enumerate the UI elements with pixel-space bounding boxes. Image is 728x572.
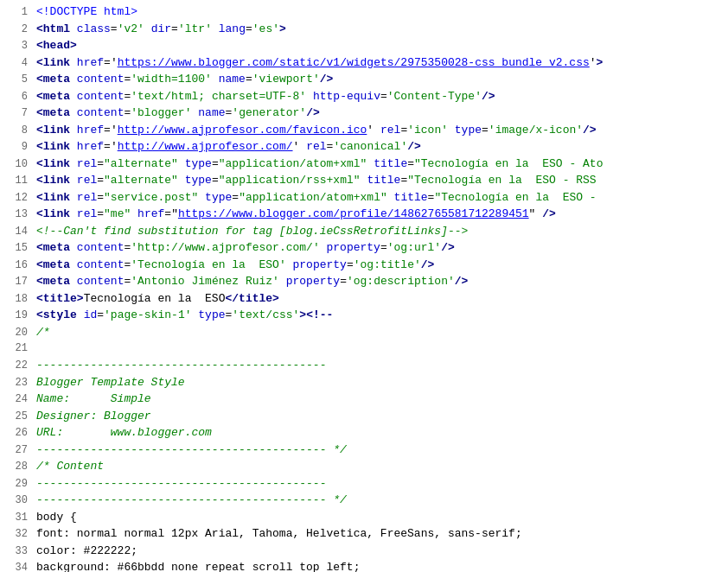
token: background: #66bbdd none repeat scroll t… [36,561,360,572]
token: = [97,191,104,204]
token: content [77,241,125,254]
token: https://www.blogger.com/profile/14862765… [178,207,529,220]
code-line: 25Designer: Blogger [0,408,728,425]
token: = [212,157,219,170]
token: http://www.ajprofesor.com/ [118,140,293,153]
line-number: 1 [5,4,28,20]
code-line: 31body { [0,509,728,526]
token: = [246,22,252,35]
token [144,22,151,35]
token: /* Content [36,460,104,473]
token: > [279,22,286,35]
token: = [212,174,219,187]
token [70,174,77,187]
token: = [380,241,387,254]
token: 'blogger' [131,106,191,119]
token: ----------------------------------------… [36,477,326,490]
token: < [36,275,43,288]
token: /> [320,73,334,86]
token: < [36,241,43,254]
code-line: 27--------------------------------------… [0,442,728,459]
token: meta [43,258,70,271]
token [306,90,313,103]
code-line: 2<html class='v2' dir='ltr' lang='es'> [0,21,728,38]
line-content: ----------------------------------------… [36,492,723,509]
token: = [111,22,118,35]
token: property [286,275,340,288]
code-line: 30--------------------------------------… [0,492,728,509]
token: ----------------------------------------… [36,359,326,372]
code-line: 29--------------------------------------… [0,475,728,493]
token: "service.post" [104,191,198,204]
token [374,124,380,137]
token: ' [367,124,374,137]
token: = [97,174,104,187]
token: rel [380,124,400,137]
token: link [43,56,70,69]
token: < [36,124,43,137]
line-content: <link rel="alternate" type="application/… [36,172,723,189]
token: > [272,292,279,305]
line-content: <link href='http://www.ajprofesor.com/fa… [36,122,723,139]
token: name [219,73,246,86]
token [178,174,185,187]
token: 'image/x-icon' [489,124,583,137]
token: 'icon' [407,124,448,137]
line-content: <html class='v2' dir='ltr' lang='es'> [36,21,723,38]
token: link [43,174,70,187]
token: = [340,275,347,288]
token [131,207,137,220]
line-content: font: normal normal 12px Arial, Tahoma, … [36,525,723,543]
code-line: 19<style id='page-skin-1' type='text/css… [0,307,728,324]
token [299,140,306,153]
token: /> [441,241,455,254]
token: "application/atom+xml" [239,191,387,204]
token: "Tecnología en la ESO - RSS [407,174,596,187]
line-number: 8 [5,123,28,138]
line-number: 5 [5,72,28,87]
token: ' [111,140,118,153]
line-content: color: #222222; [36,543,723,560]
line-number: 23 [5,375,28,391]
token: http://www.ajprofesor.com/favicon.ico [118,124,367,137]
line-number: 28 [5,459,28,474]
line-content: <head> [36,37,723,54]
code-line: 20/* [0,324,728,341]
token: content [77,258,125,271]
token [286,258,293,271]
line-content: <link href='https://www.blogger.com/stat… [36,54,723,72]
line-number: 16 [5,257,28,273]
token: href [77,140,104,153]
token: /> [455,275,469,288]
line-content: <meta content='blogger' name='generator'… [36,105,723,122]
token: ----------------------------------------… [36,493,347,506]
token: href [137,207,164,220]
code-line: 5<meta content='width=1100' name='viewpo… [0,71,728,88]
token: font: normal normal 12px Arial, Tahoma, … [36,527,522,540]
token: title [374,157,407,170]
code-line: 21 [0,340,728,357]
token: < [36,90,43,103]
line-number: 7 [5,105,28,121]
line-number: 34 [5,560,28,572]
line-number: 32 [5,526,28,542]
token: /> [306,106,320,119]
token [448,124,455,137]
code-line: 3<head> [0,37,728,54]
code-line: 1<!DOCTYPE html> [0,3,728,21]
token [198,191,205,204]
line-number: 10 [5,156,28,172]
token [387,191,394,204]
line-content: <link rel="me" href="https://www.blogger… [36,206,723,223]
line-number: 3 [5,38,28,54]
token: color: #222222; [36,544,137,557]
token: 'Tecnología en la ESO' [131,258,285,271]
token: lang [219,22,246,35]
token: rel [77,207,97,220]
code-line: 12<link rel="service.post" type="applica… [0,189,728,207]
token: = [171,22,178,35]
token: <!--Can't find substitution for tag [blo… [36,225,468,238]
token: title [43,292,77,305]
token: > [70,39,77,52]
token: meta [43,275,70,288]
